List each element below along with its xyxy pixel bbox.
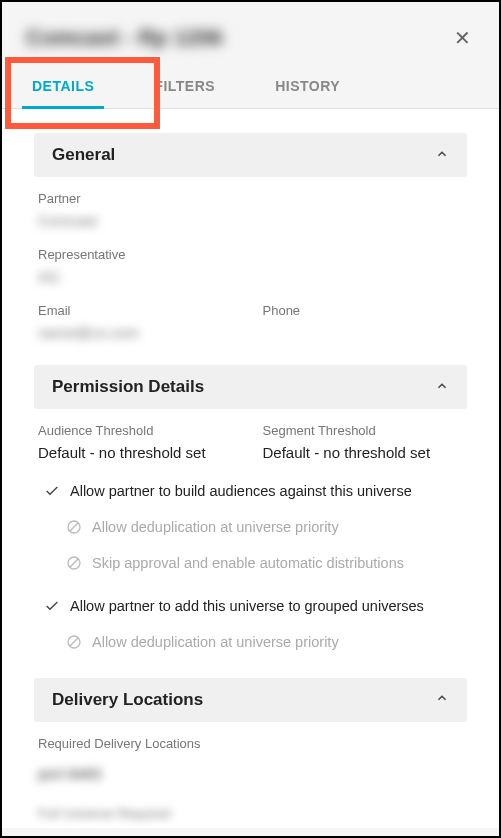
section-permission-title: Permission Details (52, 377, 204, 397)
segment-threshold-value: Default - no threshold set (263, 444, 464, 461)
section-delivery-title: Delivery Locations (52, 690, 203, 710)
additional-delivery-label: Full Universe Required (38, 806, 463, 821)
section-permission-header[interactable]: Permission Details (34, 365, 467, 409)
partner-value: Comcast (38, 212, 463, 229)
permission-item: Allow partner to add this universe to gr… (44, 596, 463, 618)
field-phone: Phone (263, 303, 464, 341)
chevron-up-icon (435, 147, 449, 164)
segment-threshold-label: Segment Threshold (263, 423, 464, 438)
permission-text: Allow deduplication at universe priority (92, 632, 339, 654)
section-permission: Permission Details Audience Threshold De… (34, 365, 467, 654)
required-delivery-label: Required Delivery Locations (38, 736, 463, 751)
email-label: Email (38, 303, 239, 318)
field-email: Email name@co.com (38, 303, 239, 341)
chevron-up-icon (435, 379, 449, 396)
check-icon (44, 483, 60, 499)
field-partner: Partner Comcast (38, 191, 463, 229)
section-delivery: Delivery Locations Required Delivery Loc… (34, 678, 467, 821)
panel-content: General Partner Comcast Represent (2, 109, 499, 828)
tab-details[interactable]: DETAILS (2, 64, 124, 108)
tab-bar: DETAILS FILTERS HISTORY (2, 64, 499, 109)
representative-value: AG (38, 268, 463, 285)
side-panel: Comcast - Rp 1206 ✕ DETAILS FILTERS HIST… (2, 2, 499, 836)
permission-text: Skip approval and enable automatic distr… (92, 553, 404, 575)
partner-label: Partner (38, 191, 463, 206)
permission-item: Allow deduplication at universe priority (44, 632, 463, 654)
permission-text: Allow partner to add this universe to gr… (70, 596, 424, 618)
close-icon[interactable]: ✕ (450, 24, 475, 52)
section-general-header[interactable]: General (34, 133, 467, 177)
audience-threshold-label: Audience Threshold (38, 423, 239, 438)
tab-filters[interactable]: FILTERS (124, 64, 245, 108)
field-representative: Representative AG (38, 247, 463, 285)
phone-label: Phone (263, 303, 464, 318)
check-icon (44, 598, 60, 614)
email-value: name@co.com (38, 324, 239, 341)
section-delivery-header[interactable]: Delivery Locations (34, 678, 467, 722)
permission-item: Allow deduplication at universe priority (44, 517, 463, 539)
panel-header: Comcast - Rp 1206 ✕ (2, 2, 499, 64)
svg-line-1 (70, 523, 78, 531)
panel-title: Comcast - Rp 1206 (26, 25, 223, 51)
permission-text: Allow partner to build audiences against… (70, 481, 412, 503)
prohibit-icon (66, 519, 82, 535)
chevron-up-icon (435, 691, 449, 708)
field-audience-threshold: Audience Threshold Default - no threshol… (38, 423, 239, 461)
permission-text: Allow deduplication at universe priority (92, 517, 339, 539)
section-general-title: General (52, 145, 115, 165)
required-delivery-value: port 8483 (38, 765, 463, 782)
audience-threshold-value: Default - no threshold set (38, 444, 239, 461)
section-general: General Partner Comcast Represent (34, 133, 467, 341)
permission-item: Skip approval and enable automatic distr… (44, 553, 463, 575)
field-segment-threshold: Segment Threshold Default - no threshold… (263, 423, 464, 461)
svg-line-5 (70, 638, 78, 646)
representative-label: Representative (38, 247, 463, 262)
prohibit-icon (66, 555, 82, 571)
prohibit-icon (66, 634, 82, 650)
permission-item: Allow partner to build audiences against… (44, 481, 463, 503)
svg-line-3 (70, 559, 78, 567)
tab-history[interactable]: HISTORY (245, 64, 370, 108)
permission-list: Allow partner to build audiences against… (38, 481, 463, 654)
